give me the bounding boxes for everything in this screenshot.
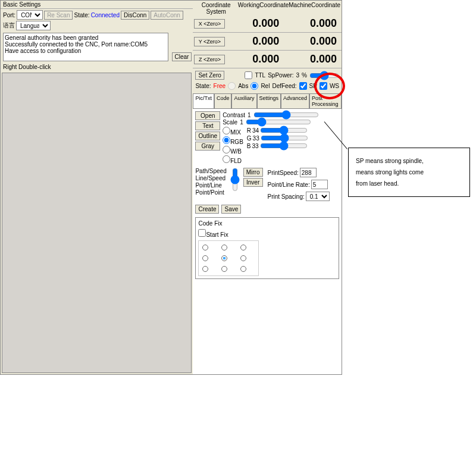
language-select[interactable]: Language (16, 21, 51, 30)
z-machine-value: 0.000 (283, 53, 340, 65)
spacing-label: Print Spacing: (268, 193, 305, 200)
outline-button[interactable]: Outline (195, 131, 220, 140)
log-line: General authority has been granted (5, 35, 167, 41)
printspeed-label: PrintSpeed: (268, 170, 299, 176)
b-label: B (247, 143, 251, 149)
coord-sys-label: Coordinate System (194, 2, 237, 15)
startfix-checkbox[interactable] (198, 229, 206, 237)
mix-radio[interactable] (223, 127, 230, 134)
path-mode-slider[interactable] (231, 168, 239, 192)
text-button[interactable]: Text (195, 121, 220, 130)
rescan-button[interactable]: Re Scan (44, 11, 73, 20)
mix-label: MIX (230, 129, 241, 136)
canvas-area[interactable] (2, 73, 192, 373)
state-value: Connected (91, 12, 120, 18)
r-label: R (247, 127, 251, 134)
g-value: 33 (253, 135, 259, 142)
callout-text: from laser head. (356, 178, 462, 189)
b-value: 33 (252, 143, 258, 149)
printspeed-input[interactable] (300, 168, 317, 177)
y-zero-button[interactable]: Y <Zero> (194, 37, 225, 46)
x-machine-value: 0.000 (283, 17, 340, 30)
tab-settings[interactable]: Settings (257, 93, 281, 108)
canvas-hint: Right Double-click (1, 62, 193, 71)
r-value: 34 (252, 127, 259, 134)
open-button[interactable]: Open (195, 111, 220, 120)
tab-aux[interactable]: Auxiliary (231, 93, 256, 108)
rgb-radio[interactable] (223, 136, 230, 144)
state2-label: State: (195, 83, 211, 89)
b-slider[interactable] (260, 142, 308, 149)
anchor-grid[interactable] (198, 240, 259, 276)
machine-coord-label: MachineCoordinate (289, 2, 340, 15)
abs-radio[interactable] (228, 82, 236, 90)
basic-settings-title: Basic Settings (1, 1, 193, 9)
startfix-label: Start Fix (206, 231, 228, 238)
rel-label: Rel (261, 83, 270, 89)
scale-label: Scale (223, 119, 237, 126)
port-select[interactable]: COM5 (17, 10, 43, 20)
save-button[interactable]: Save (221, 205, 241, 214)
ws-checkbox[interactable] (320, 82, 327, 90)
line-speed-label: Line/Speed (195, 175, 226, 181)
disconn-button[interactable]: DisConn (121, 11, 149, 20)
callout-text: means strong lights come (356, 167, 462, 178)
callout-box: SP means strong spindle, means strong li… (348, 148, 470, 197)
lang-cn-label: 语言 (3, 21, 15, 30)
working-coord-label: WorkingCoordinate (238, 2, 289, 15)
set-zero-button[interactable]: Set Zero (195, 71, 224, 80)
y-working-value: 0.000 (225, 35, 283, 48)
scale-slider[interactable] (246, 118, 311, 126)
sp-checkbox[interactable] (299, 82, 307, 90)
log-line: Have access to configuration (5, 48, 167, 54)
wb-label: W/B (230, 148, 242, 155)
autoconn-button[interactable]: AutoConn (151, 11, 183, 20)
sppower-unit: % (302, 72, 307, 79)
rgb-label: RGB (230, 139, 243, 145)
tab-advanced[interactable]: Advanced (281, 93, 309, 108)
tab-pic[interactable]: Pic/Txt (193, 93, 214, 108)
clear-button[interactable]: Clear (172, 52, 192, 61)
callout-text: SP means strong spindle, (356, 155, 462, 167)
plrate-input[interactable] (311, 180, 328, 189)
fld-radio[interactable] (223, 155, 230, 163)
point-point-label: Point/Point (195, 189, 224, 196)
fld-label: FLD (230, 158, 242, 164)
z-working-value: 0.000 (225, 53, 283, 65)
anchor-center[interactable] (221, 255, 227, 261)
contrast-label: Contrast (223, 112, 245, 118)
tab-code[interactable]: Code (214, 93, 232, 108)
wb-radio[interactable] (223, 146, 230, 154)
log-line: Successfully connected to the CNC, Port … (5, 41, 167, 48)
path-speed-label: Path/Speed (195, 168, 226, 174)
spacing-select[interactable]: 0.1 (306, 192, 330, 201)
sppower-label: SpPower: (268, 72, 293, 79)
rel-radio[interactable] (250, 82, 258, 90)
z-zero-button[interactable]: Z <Zero> (194, 55, 225, 64)
x-working-value: 0.000 (225, 17, 283, 30)
port-label: Port: (3, 12, 15, 18)
sp-label: SP (309, 83, 317, 89)
y-machine-value: 0.000 (283, 35, 340, 48)
ttl-checkbox[interactable] (245, 71, 252, 79)
state2-value: Free (214, 83, 226, 89)
ttl-label: TTL (255, 72, 265, 79)
sppower-slider[interactable] (309, 72, 339, 79)
point-line-label: Point/Line (195, 182, 221, 189)
gray-button[interactable]: Gray (195, 142, 220, 151)
abs-label: Abs (238, 83, 248, 89)
log-textarea[interactable]: General authority has been granted Succe… (3, 33, 168, 61)
mirror-button[interactable]: Mirro (243, 168, 263, 177)
ws-label: WS (330, 83, 339, 89)
sppower-value: 3 (296, 72, 300, 79)
plrate-label: Point/Line Rate: (268, 181, 310, 188)
deffeed-label: DefFeed: (272, 83, 296, 89)
inver-button[interactable]: Inver (243, 178, 263, 187)
g-label: G (247, 135, 252, 142)
x-zero-button[interactable]: X <Zero> (194, 19, 225, 29)
scale-value: 1 (240, 119, 243, 126)
state-label: State: (74, 12, 89, 18)
tab-post[interactable]: Post Processing (309, 93, 342, 108)
codefix-title: Code Fix (198, 220, 336, 227)
create-button[interactable]: Create (195, 205, 219, 214)
